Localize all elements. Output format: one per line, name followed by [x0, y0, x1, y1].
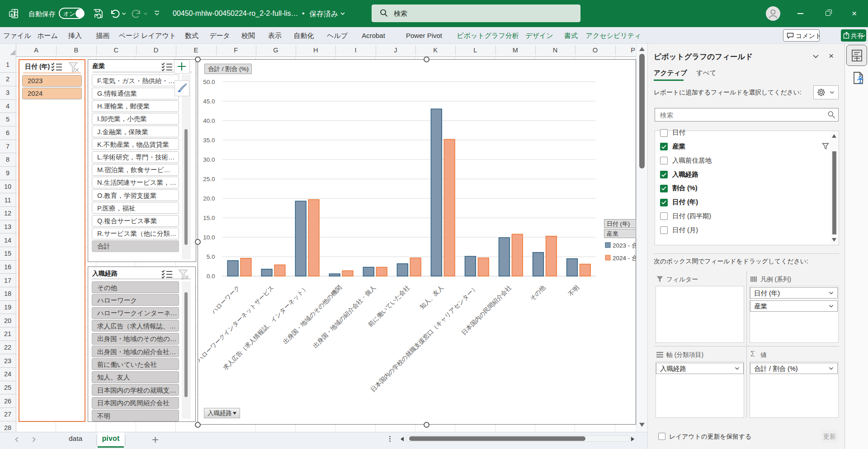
- svg-text:50.0: 50.0: [203, 79, 215, 85]
- svg-text:不明: 不明: [567, 284, 580, 298]
- svg-text:35.0: 35.0: [203, 137, 215, 144]
- svg-text:x: x: [10, 12, 13, 17]
- svg-text:25.0: 25.0: [203, 176, 215, 182]
- svg-text:45.0: 45.0: [203, 98, 215, 105]
- svg-text:0.0: 0.0: [207, 273, 215, 280]
- svg-text:その他: その他: [528, 284, 547, 302]
- svg-text:10.0: 10.0: [203, 234, 215, 241]
- svg-text:20.0: 20.0: [203, 195, 215, 202]
- svg-text:出身国・地域の紹介会社・個人: 出身国・地域の紹介会社・個人: [311, 284, 377, 349]
- svg-text:2023 - 合計: 2023 - 合計: [613, 242, 636, 249]
- svg-text:ハローワーク: ハローワーク: [210, 284, 241, 315]
- svg-text:出身国・地域のその他の機関: 出身国・地域のその他の機関: [282, 284, 343, 346]
- svg-text:40.0: 40.0: [203, 117, 215, 124]
- svg-text:知人、友人: 知人、友人: [418, 284, 444, 310]
- svg-text:15.0: 15.0: [203, 215, 215, 221]
- svg-text:30.0: 30.0: [203, 156, 215, 163]
- svg-text:5.0: 5.0: [207, 253, 215, 260]
- svg-text:2024 - 合計: 2024 - 合計: [613, 255, 636, 262]
